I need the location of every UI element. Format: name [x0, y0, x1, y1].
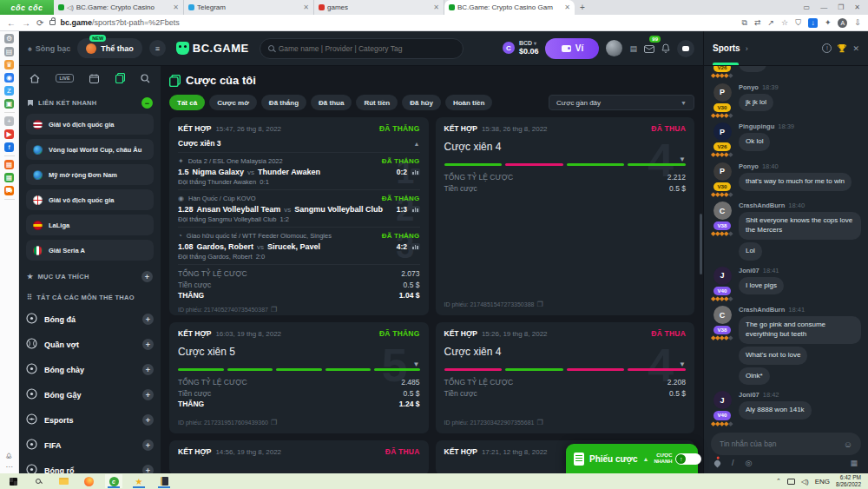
sidebar-sport-basketball[interactable]: Bóng rổ +	[26, 458, 154, 473]
collapse-icon[interactable]: ▲	[414, 141, 420, 147]
sort-dropdown[interactable]: Cược gần đây▼	[549, 95, 694, 110]
tip-coin-icon[interactable]: ◎	[746, 459, 753, 467]
add-favorite-button[interactable]: +	[141, 271, 153, 282]
filter-active[interactable]: Tất cả	[169, 95, 205, 110]
avatar[interactable]: J	[713, 391, 732, 409]
lock-icon[interactable]	[49, 20, 56, 25]
shop-orange-icon[interactable]: ▦	[4, 160, 14, 169]
copy-icon[interactable]: ❐	[536, 419, 542, 426]
sidebar-sport-cricket[interactable]: Bóng Gậy +	[26, 382, 154, 407]
search-input[interactable]	[279, 44, 455, 53]
scrollbar-thumb[interactable]	[700, 214, 702, 274]
search-events-icon[interactable]	[141, 74, 150, 83]
sidebar-sport-baseball[interactable]: Bóng chày +	[26, 357, 154, 382]
reader-icon[interactable]: ▭	[804, 3, 811, 11]
filter-pill[interactable]: Rút tiền	[356, 95, 398, 110]
gear-icon[interactable]: ⚙	[4, 34, 14, 43]
chat-username[interactable]: Ponyo	[739, 162, 759, 170]
bookmark-star-icon[interactable]: ☆	[781, 18, 788, 27]
sidebar-sport-esports[interactable]: Esports +	[26, 407, 154, 433]
youtube-icon[interactable]: ▶	[4, 129, 14, 139]
network-icon[interactable]	[787, 479, 795, 485]
schedule-icon[interactable]	[89, 74, 99, 83]
live-tab[interactable]: LIVE	[56, 74, 73, 83]
quick-bet-toggle[interactable]: ↑	[675, 453, 701, 465]
minimize-button[interactable]: —	[820, 3, 827, 11]
collapse-icon[interactable]: ▼	[679, 155, 686, 163]
quick-link[interactable]: Giải Seria A	[26, 240, 154, 261]
avatar[interactable]: C	[713, 202, 732, 220]
bet-card[interactable]: KẾT HỢP15:38, 26 thg 8, 2022 ĐÃ THUACược…	[436, 117, 695, 315]
bet-title-row[interactable]: Cược xiên 3▲	[178, 139, 420, 153]
wallet-button[interactable]: Ví	[545, 38, 599, 59]
trophy-icon[interactable]	[837, 43, 847, 53]
sidebar-sport-fifa[interactable]: FIFA +	[26, 433, 154, 458]
tab-audio-icon[interactable]: ◁)	[67, 4, 74, 11]
quick-link[interactable]: Mỹ mở rộng Đơn Nam	[26, 164, 154, 185]
chat-username[interactable]: CrashAndBurn	[739, 306, 785, 314]
coccoc-menu-button[interactable]: cốc cốc	[0, 0, 54, 15]
bet-card[interactable]: KẾT HỢP15:47, 26 thg 8, 2022 ĐÃ THẮNG Cư…	[169, 117, 429, 315]
close-chat-icon[interactable]: ✕	[852, 44, 859, 53]
inbox-button[interactable]: 99	[644, 41, 654, 56]
taskbar-search-icon[interactable]	[30, 474, 47, 488]
url-field[interactable]: bc.game/sports?bt-path=%2Fbets	[49, 18, 735, 27]
avatar[interactable]: C	[713, 306, 732, 324]
browser-tab[interactable]: games ✕	[314, 0, 444, 15]
balance-selector[interactable]: BCD ▾ $0.06	[519, 40, 539, 56]
user-avatar[interactable]	[606, 40, 622, 56]
bet-card[interactable]: KẾT HỢP14:56, 19 thg 8, 2022 ĐÃ THUA	[169, 440, 429, 473]
language-indicator[interactable]: ENG	[815, 478, 830, 486]
cart-icon[interactable]: ⛟	[4, 186, 14, 195]
chat-username[interactable]: Joni07	[739, 267, 760, 274]
expand-sport-button[interactable]: +	[142, 314, 154, 325]
game-search[interactable]	[260, 38, 464, 59]
download-manager-icon[interactable]: ↓	[808, 18, 818, 28]
volume-icon[interactable]: ◁)	[801, 478, 809, 486]
tab-close-icon[interactable]: ✕	[564, 3, 570, 11]
close-window-button[interactable]: ✕	[854, 3, 860, 11]
shield-icon[interactable]: ⛉	[795, 18, 801, 28]
chat-room-tab[interactable]: Sports	[713, 31, 740, 65]
avatar[interactable]: J	[713, 267, 732, 285]
chat-input[interactable]: Tin nhắn của bạn ☺	[711, 433, 861, 455]
reload-button[interactable]: ⟳	[36, 18, 43, 28]
filter-pill[interactable]: Cược mở	[209, 95, 257, 110]
chat-username[interactable]: CrashAndBurn	[739, 202, 785, 209]
stats-icon[interactable]	[411, 206, 420, 213]
stats-icon[interactable]	[411, 169, 420, 175]
extensions-icon[interactable]: ✦	[825, 18, 832, 27]
tab-close-icon[interactable]: ✕	[433, 3, 439, 11]
expand-sport-button[interactable]: +	[142, 364, 154, 375]
maximize-button[interactable]: ❐	[838, 3, 844, 11]
plus-icon[interactable]: +	[4, 116, 14, 126]
taskbar-file-explorer-icon[interactable]	[55, 474, 72, 488]
crown-icon[interactable]: ♛	[4, 60, 14, 69]
bet-list-icon[interactable]: ▤	[629, 44, 637, 53]
forward-button[interactable]: →	[22, 18, 30, 28]
filter-pill[interactable]: Hoàn tiền	[445, 95, 492, 110]
rain-icon[interactable]	[713, 459, 722, 467]
games-icon[interactable]: ▣	[4, 99, 14, 109]
downloads-icon[interactable]: ⇩	[854, 18, 861, 27]
bet-title[interactable]: Cược xiên 4	[444, 133, 687, 163]
reading-list-icon[interactable]: ▤	[4, 47, 14, 56]
back-button[interactable]: ←	[7, 18, 16, 28]
browser-tab[interactable]: ◁) BC.Game: Crypto Casino ✕	[54, 0, 184, 15]
taskbar-chevron-icon[interactable]: ⌃	[776, 478, 781, 485]
menu-button[interactable]: ≡	[149, 40, 166, 56]
sports-toggle[interactable]: Thể thao NEW	[77, 38, 142, 58]
expand-sport-button[interactable]: +	[142, 339, 154, 350]
filter-pill[interactable]: Đã thắng	[261, 95, 306, 110]
profile-avatar[interactable]: A	[838, 18, 847, 28]
bcd-coin-icon[interactable]: C	[503, 42, 515, 54]
avatar[interactable]: P	[713, 122, 732, 141]
zalo-icon[interactable]: Z	[4, 86, 14, 96]
messenger-icon[interactable]: ◉	[4, 73, 14, 83]
taskbar-coccoc-icon[interactable]: c	[105, 474, 122, 488]
notifications-bell-icon[interactable]: 🕭	[5, 452, 13, 460]
clock[interactable]: 6:42 PM 8/26/2022	[836, 474, 861, 488]
bet-card[interactable]: KẾT HỢP15:26, 19 thg 8, 2022 ĐÃ THUACược…	[436, 322, 695, 433]
taskbar-bookmarks-icon[interactable]: ★	[130, 474, 148, 488]
expand-sport-button[interactable]: +	[142, 439, 154, 451]
